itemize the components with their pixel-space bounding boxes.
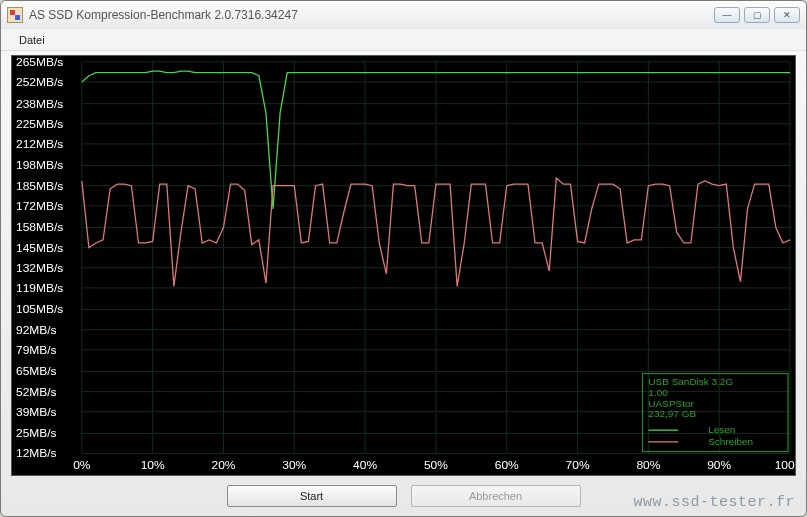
- svg-text:225MB/s: 225MB/s: [16, 117, 63, 131]
- svg-text:100%: 100%: [775, 458, 795, 472]
- svg-text:265MB/s: 265MB/s: [16, 56, 63, 69]
- svg-text:10%: 10%: [141, 458, 165, 472]
- svg-text:52MB/s: 52MB/s: [16, 385, 57, 399]
- window-buttons: — ▢ ✕: [714, 7, 800, 23]
- legend-label-write: Schreiben: [708, 436, 753, 447]
- chart-svg: 12MB/s25MB/s39MB/s52MB/s65MB/s79MB/s92MB…: [12, 56, 795, 475]
- legend-line: USB SanDisk 3.2G: [648, 376, 733, 387]
- legend-line: 232,97 GB: [648, 409, 696, 420]
- svg-text:212MB/s: 212MB/s: [16, 137, 63, 151]
- app-icon: [7, 7, 23, 23]
- svg-text:252MB/s: 252MB/s: [16, 75, 63, 89]
- window-title: AS SSD Kompression-Benchmark 2.0.7316.34…: [29, 8, 714, 22]
- svg-text:25MB/s: 25MB/s: [16, 426, 57, 440]
- svg-text:158MB/s: 158MB/s: [16, 221, 63, 235]
- svg-text:92MB/s: 92MB/s: [16, 323, 57, 337]
- svg-text:185MB/s: 185MB/s: [16, 179, 63, 193]
- titlebar: AS SSD Kompression-Benchmark 2.0.7316.34…: [1, 1, 806, 29]
- minimize-button[interactable]: —: [714, 7, 740, 23]
- svg-text:119MB/s: 119MB/s: [16, 281, 63, 295]
- legend-label-read: Lesen: [708, 424, 735, 435]
- chart: 12MB/s25MB/s39MB/s52MB/s65MB/s79MB/s92MB…: [11, 55, 796, 476]
- legend-line: UASPStor: [648, 398, 694, 409]
- svg-text:65MB/s: 65MB/s: [16, 365, 57, 379]
- menu-file[interactable]: Datei: [11, 32, 53, 48]
- svg-text:40%: 40%: [353, 458, 377, 472]
- cancel-button[interactable]: Abbrechen: [411, 485, 581, 507]
- svg-text:105MB/s: 105MB/s: [16, 303, 63, 317]
- close-button[interactable]: ✕: [774, 7, 800, 23]
- svg-text:238MB/s: 238MB/s: [16, 97, 63, 111]
- maximize-button[interactable]: ▢: [744, 7, 770, 23]
- svg-text:70%: 70%: [566, 458, 590, 472]
- svg-text:12MB/s: 12MB/s: [16, 447, 57, 461]
- button-row: Start Abbrechen: [11, 476, 796, 510]
- svg-text:79MB/s: 79MB/s: [16, 343, 57, 357]
- start-button[interactable]: Start: [227, 485, 397, 507]
- legend-line: 1.00: [648, 387, 668, 398]
- svg-text:50%: 50%: [424, 458, 448, 472]
- svg-text:60%: 60%: [495, 458, 519, 472]
- svg-text:132MB/s: 132MB/s: [16, 261, 63, 275]
- svg-text:172MB/s: 172MB/s: [16, 199, 63, 213]
- menubar: Datei: [1, 29, 806, 51]
- svg-text:30%: 30%: [282, 458, 306, 472]
- svg-text:90%: 90%: [707, 458, 731, 472]
- svg-text:20%: 20%: [211, 458, 235, 472]
- svg-text:80%: 80%: [636, 458, 660, 472]
- svg-text:0%: 0%: [73, 458, 91, 472]
- svg-text:145MB/s: 145MB/s: [16, 241, 63, 255]
- svg-text:198MB/s: 198MB/s: [16, 159, 63, 173]
- svg-text:39MB/s: 39MB/s: [16, 405, 57, 419]
